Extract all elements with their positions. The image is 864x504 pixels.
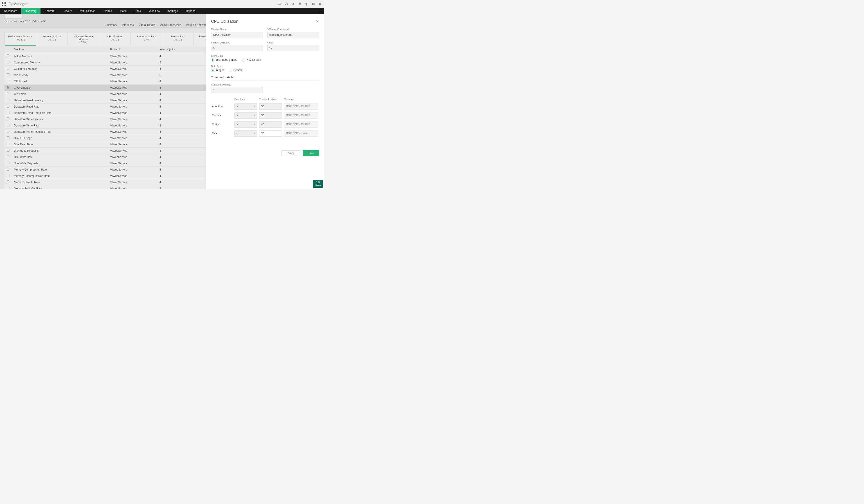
interval-cell: 4 [157,135,207,141]
condition-select[interactable]: >▾ [235,103,257,110]
message-box[interactable]: $MONITOR is now ba [284,130,318,136]
nav-maps[interactable]: Maps [116,8,131,14]
subtab-active-processes[interactable]: Active Processes [160,23,181,26]
interval-cell: 4 [157,78,207,85]
threshold-value-input[interactable] [259,121,282,128]
threshold-value-input[interactable] [259,112,282,119]
nav-workflow[interactable]: Workflow [145,8,164,14]
row-checkbox[interactable] [7,136,10,139]
counter-id-input[interactable] [267,32,319,38]
message-box[interactable]: $MONITOR is $CURRE [284,103,318,110]
nav-apps[interactable]: Apps [131,8,145,14]
condition-select[interactable]: <=▾ [235,130,257,136]
nav-servers[interactable]: Servers [59,8,76,14]
subtab-interfaces[interactable]: Interfaces [122,23,134,26]
col-header[interactable]: Monitors [12,46,108,53]
mtype-tab-2[interactable]: Windows Service Monitors( 0 / 0 ) [68,33,99,46]
subtab-virtual-details[interactable]: Virtual Details [139,23,155,26]
row-checkbox[interactable] [7,105,10,108]
interval-cell: 4 [157,173,207,179]
row-checkbox[interactable] [7,98,10,101]
row-checkbox[interactable] [7,86,10,89]
interval-cell: 4 [157,91,207,97]
col-header[interactable]: Interval (mins) [157,46,207,53]
nav-reports[interactable]: Reports [182,8,199,14]
present-icon[interactable] [278,2,281,6]
interval-cell: 4 [157,129,207,135]
interval-cell: 4 [157,110,207,116]
save-button[interactable]: Save [303,150,319,156]
threshold-value-input[interactable] [259,130,282,136]
row-checkbox[interactable] [7,149,10,152]
nav-settings[interactable]: Settings [164,8,182,14]
user-icon[interactable] [318,2,322,6]
monitor-name-cell: Compressed Memory [12,59,108,66]
interval-input[interactable] [211,45,263,51]
row-checkbox[interactable] [7,180,10,183]
store-yes-radio[interactable]: Yes,I need graphs [211,58,237,62]
dtype-integer-radio[interactable]: Integer [211,69,224,72]
message-box[interactable]: $MONITOR is $CURRE [284,121,318,128]
row-checkbox[interactable] [7,67,10,70]
row-checkbox[interactable] [7,155,10,158]
units-input[interactable] [267,45,319,51]
monitor-name-cell: Disk Read Requests [12,147,108,154]
nav-inventory[interactable]: Inventory [21,8,40,14]
subtab-installed-software[interactable]: Installed Software [186,23,207,26]
interval-cell: 4 [157,141,207,147]
nav-network[interactable]: Network [40,8,59,14]
row-checkbox[interactable] [7,80,10,82]
interval-cell: 4 [157,104,207,110]
row-checkbox[interactable] [7,92,10,95]
mtype-tab-0[interactable]: Performance Monitors( 0 / 31 ) [5,33,36,46]
row-checkbox[interactable] [7,124,10,127]
headset-icon[interactable] [285,2,288,6]
interval-cell: 4 [157,185,207,189]
row-checkbox[interactable] [7,61,10,63]
subtab-summary[interactable]: Summary [106,23,117,26]
monitor-name-cell: Active Memory [12,53,108,59]
mtype-tab-4[interactable]: Process Monitors( 0 / 0 ) [131,33,162,46]
row-checkbox[interactable] [7,73,10,76]
alarm-badge[interactable]: 19 Alarms [313,180,323,188]
store-no-radio[interactable]: No,just alert [242,58,261,62]
mtype-tab-5[interactable]: File Monitors( 0 / 0 ) [162,33,194,46]
nav-more-icon[interactable]: ⋮ [317,8,324,14]
close-icon[interactable]: ✕ [316,19,319,24]
bell-icon[interactable] [298,2,301,6]
threshold-row-label: Attention [211,102,233,111]
row-checkbox[interactable] [7,118,10,120]
message-box[interactable]: $MONITOR is $CURRE [284,112,318,119]
nav-alarms[interactable]: Alarms [99,8,116,14]
device-name-input[interactable] [4,15,23,19]
row-checkbox[interactable] [7,143,10,145]
row-checkbox[interactable] [7,187,10,189]
monitor-name-cell: Datastore Read Rate [12,104,108,110]
col-header[interactable] [4,46,12,53]
row-checkbox[interactable] [7,130,10,133]
mtype-tab-1[interactable]: Service Monitors( 0 / 0 ) [36,33,68,46]
app-name: OpManager [9,2,28,6]
row-checkbox[interactable] [7,55,10,57]
threshold-value-input[interactable] [259,103,282,110]
monitor-name-cell: CPU Used [12,78,108,85]
row-checkbox[interactable] [7,168,10,170]
gear-icon[interactable] [311,2,315,6]
col-header[interactable]: Protocol [108,46,157,53]
row-checkbox[interactable] [7,174,10,177]
dtype-decimal-radio[interactable]: Decimal [229,69,243,72]
app-grid-icon[interactable] [2,2,6,6]
consecutive-input[interactable] [211,87,263,93]
mtype-tab-3[interactable]: URL Monitors( 0 / 0 ) [99,33,131,46]
protocol-cell: VIWebService [108,179,157,185]
monitor-name-input[interactable] [211,32,263,38]
row-checkbox[interactable] [7,161,10,164]
plug-icon[interactable] [305,2,308,6]
condition-select[interactable]: >▾ [235,112,257,119]
condition-select[interactable]: >▾ [235,121,257,128]
nav-dashboard[interactable]: Dashboard [0,8,21,14]
row-checkbox[interactable] [7,111,10,114]
cancel-button[interactable]: Cancel [281,150,300,156]
search-icon[interactable] [291,2,295,6]
nav-virtualization[interactable]: Virtualization [76,8,99,14]
